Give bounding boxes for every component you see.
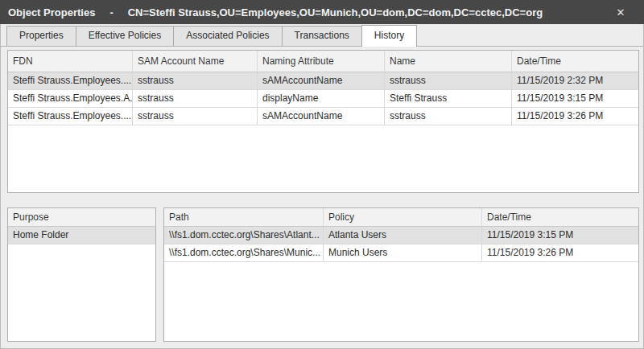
cell-policy: Munich Users	[324, 244, 482, 261]
tab-associated-policies[interactable]: Associated Policies	[173, 26, 282, 46]
column-header-name[interactable]: Name	[385, 51, 512, 72]
cell-naming-attribute: displayName	[258, 90, 385, 107]
column-header-datetime[interactable]: Date/Time	[512, 51, 638, 72]
cell-name: Steffi Strauss	[385, 90, 512, 107]
list-item-home-folder[interactable]: Home Folder	[8, 227, 155, 244]
cell-datetime: 11/15/2019 2:32 PM	[512, 72, 638, 89]
cell-datetime: 11/15/2019 3:26 PM	[482, 244, 638, 261]
cell-name: sstrauss	[385, 108, 512, 125]
cell-datetime: 11/15/2019 3:15 PM	[482, 227, 638, 244]
close-icon: ✕	[617, 6, 625, 18]
cell-path: \\fs1.dom.cctec.org\Shares\Munic...	[164, 244, 324, 261]
table-row[interactable]: Steffi Strauss.Employees.... sstrauss sA…	[8, 108, 638, 125]
cell-sam: sstrauss	[133, 90, 258, 107]
column-header-datetime[interactable]: Date/Time	[482, 208, 638, 226]
window-title-separator: -	[109, 6, 113, 18]
column-header-purpose[interactable]: Purpose	[8, 208, 155, 226]
cell-fdn: Steffi Strauss.Employees.A...	[8, 90, 133, 107]
table-row[interactable]: \\fs1.dom.cctec.org\Shares\Munic... Muni…	[164, 244, 638, 262]
column-header-naming-attribute[interactable]: Naming Attribute	[258, 51, 385, 72]
table-row[interactable]: \\fs1.dom.cctec.org\Shares\Atlant... Atl…	[164, 227, 638, 244]
object-properties-window: Object Properties-CN=Steffi Strauss,OU=E…	[0, 0, 644, 349]
column-header-policy[interactable]: Policy	[324, 208, 482, 226]
column-header-fdn[interactable]: FDN	[8, 51, 133, 72]
path-table-header: Path Policy Date/Time	[164, 208, 638, 227]
window-title-dn: CN=Steffi Strauss,OU=Employees,OU=Munich…	[128, 6, 543, 18]
titlebar: Object Properties-CN=Steffi Strauss,OU=E…	[0, 0, 644, 24]
cell-path: \\fs1.dom.cctec.org\Shares\Atlant...	[164, 227, 324, 244]
history-table-header: FDN SAM Account Name Naming Attribute Na…	[8, 51, 638, 72]
column-header-sam-account-name[interactable]: SAM Account Name	[133, 51, 258, 72]
tab-transactions[interactable]: Transactions	[282, 26, 362, 46]
table-row[interactable]: Steffi Strauss.Employees.... sstrauss sA…	[8, 72, 638, 90]
cell-datetime: 11/15/2019 3:26 PM	[512, 108, 638, 125]
tab-properties[interactable]: Properties	[6, 26, 76, 46]
window-title-app: Object Properties	[8, 6, 95, 18]
history-table: FDN SAM Account Name Naming Attribute Na…	[7, 50, 639, 193]
tab-effective-policies[interactable]: Effective Policies	[76, 26, 175, 46]
cell-fdn: Steffi Strauss.Employees....	[8, 108, 133, 125]
cell-policy: Atlanta Users	[324, 227, 482, 244]
table-row[interactable]: Steffi Strauss.Employees.A... sstrauss d…	[8, 90, 638, 108]
cell-purpose: Home Folder	[8, 227, 155, 244]
cell-fdn: Steffi Strauss.Employees....	[8, 72, 133, 89]
cell-datetime: 11/15/2019 3:15 PM	[512, 90, 638, 107]
purpose-panel: Purpose Home Folder	[7, 207, 156, 342]
cell-naming-attribute: sAMAccountName	[258, 72, 385, 89]
cell-sam: sstrauss	[133, 108, 258, 125]
path-table: Path Policy Date/Time \\fs1.dom.cctec.or…	[163, 207, 639, 342]
column-header-path[interactable]: Path	[164, 208, 324, 226]
cell-sam: sstrauss	[133, 72, 258, 89]
purpose-panel-header: Purpose	[8, 208, 155, 227]
window-title: Object Properties-CN=Steffi Strauss,OU=E…	[0, 6, 543, 18]
tab-bar: Properties Effective Policies Associated…	[1, 24, 643, 47]
tab-history[interactable]: History	[361, 25, 417, 47]
cell-naming-attribute: sAMAccountName	[258, 108, 385, 125]
cell-name: sstrauss	[385, 72, 512, 89]
close-button[interactable]: ✕	[609, 0, 633, 24]
